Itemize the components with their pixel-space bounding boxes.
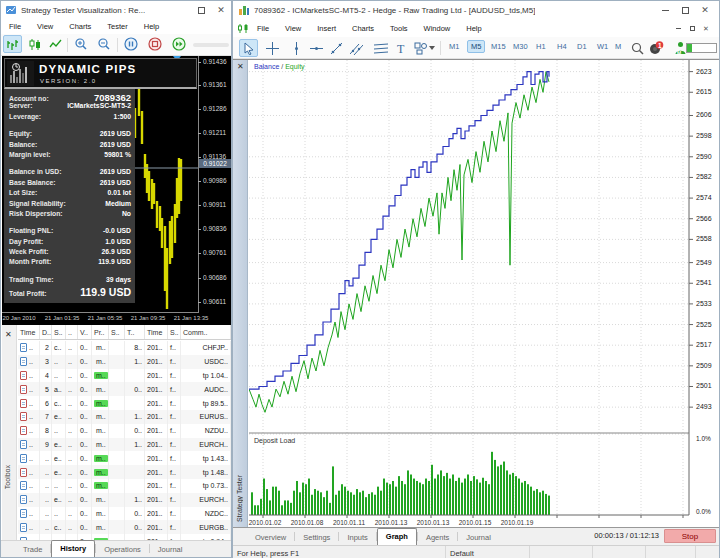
visualizer-maximize-button[interactable]	[191, 3, 211, 17]
visualizer-tab-journal[interactable]: Journal	[150, 542, 191, 557]
vis-menu-view[interactable]: View	[29, 22, 61, 31]
history-col-header[interactable]: D..	[40, 325, 52, 339]
history-row[interactable]: ..8....0..m..0..201..f..NZDU..	[18, 424, 231, 438]
history-row[interactable]: ..2c....0..m..8..201..f..CHFJP..	[18, 341, 231, 355]
history-col-header[interactable]: S..	[52, 325, 66, 339]
visualizer-tab-trade[interactable]: Trade	[15, 542, 50, 557]
chart-minimize-button[interactable]	[671, 21, 685, 35]
timeframe-m30[interactable]: M30	[510, 40, 531, 53]
horizontal-line-icon[interactable]	[307, 39, 326, 57]
trendline-icon[interactable]	[327, 39, 346, 57]
history-col-header[interactable]: Comm..	[181, 325, 231, 339]
fast-forward-icon[interactable]	[169, 35, 188, 53]
timeframe-w1[interactable]: W1	[594, 40, 611, 53]
history-col-header[interactable]: ..	[66, 325, 78, 339]
visualizer-chart[interactable]: 0.914360.913610.912860.912110.911360.909…	[2, 56, 231, 325]
stop-button[interactable]: Stop	[664, 529, 716, 543]
terminal-minimize-button[interactable]	[655, 3, 675, 17]
timeframe-m15[interactable]: M15	[488, 40, 509, 53]
stop-icon[interactable]	[145, 35, 164, 53]
history-row[interactable]: ..7e....0..m..1..201..f..EURUS..	[18, 410, 231, 424]
zoom-in-icon[interactable]	[71, 35, 90, 53]
history-row[interactable]: ........0..m..201..f..tp 0.73..	[18, 479, 231, 493]
history-col-header[interactable]: T..	[125, 325, 145, 339]
history-row[interactable]: ....e....0..m..1..201..f..EURCH..	[18, 493, 231, 507]
history-row[interactable]: ..6c....0..m..201..f..tp 89.5..	[18, 396, 231, 410]
candles-icon[interactable]	[25, 35, 44, 53]
cursor-icon[interactable]	[239, 39, 258, 57]
history-col-header[interactable]: S..	[168, 325, 181, 339]
tester-tab-inputs[interactable]: Inputs	[339, 530, 375, 545]
history-row[interactable]: ..4....0..m..201..f..tp 1.04..	[18, 369, 231, 383]
channel-icon[interactable]	[347, 39, 366, 57]
deal-icon	[20, 385, 27, 394]
tester-tab-settings[interactable]: Settings	[295, 530, 338, 545]
text-tool-icon[interactable]: T	[391, 39, 410, 57]
visualizer-tab-operations[interactable]: Operations	[96, 542, 149, 557]
term-menu-file[interactable]: File	[249, 24, 277, 33]
crosshair-icon[interactable]	[263, 39, 282, 57]
history-row[interactable]: ....c....0..m..0..201..f..EURGB..	[18, 520, 231, 534]
history-col-header[interactable]: Time	[145, 325, 168, 339]
timeframe-m1[interactable]: M1	[446, 40, 462, 53]
term-menu-tools[interactable]: Tools	[382, 24, 416, 33]
bar-chart-icon[interactable]	[3, 35, 22, 53]
vis-menu-charts[interactable]: Charts	[61, 22, 99, 31]
term-menu-view[interactable]: View	[277, 24, 309, 33]
vis-menu-help[interactable]: Help	[136, 22, 167, 31]
chart-restore-button[interactable]	[685, 21, 699, 35]
price-axis-label: 0.90836	[203, 225, 227, 232]
tester-tab-graph[interactable]: Graph	[377, 528, 417, 545]
ea-stat-row: Equity:2619 USD	[9, 130, 131, 140]
term-menu-help[interactable]: Help	[458, 24, 489, 33]
history-row[interactable]: ..5a....0..m..0..201..f..AUDC..	[18, 382, 231, 396]
history-row[interactable]: ....e....0..m..201..f..tp 1.43..	[18, 451, 231, 465]
history-row[interactable]: ........0..m..0..201..f..NZDC..	[18, 507, 231, 521]
history-col-header[interactable]: V..	[78, 325, 92, 339]
terminal-maximize-button[interactable]	[675, 3, 695, 17]
terminal-close-button[interactable]: ✕	[695, 3, 715, 17]
chart-close-button[interactable]: ✕	[699, 21, 713, 35]
history-row[interactable]: ....e....0..m..201..f..tp 1.48..	[18, 465, 231, 479]
history-col-header[interactable]: Pr..	[92, 325, 109, 339]
speed-slider[interactable]	[193, 43, 229, 47]
visualizer-close-button[interactable]: ✕	[211, 3, 231, 17]
term-menu-charts[interactable]: Charts	[344, 24, 382, 33]
history-col-header[interactable]: S..	[109, 325, 125, 339]
toolbox-close-icon[interactable]: ✕	[5, 330, 12, 339]
price-axis-label: 0.90761	[203, 249, 227, 256]
term-menu-window[interactable]: Window	[416, 24, 459, 33]
term-menu-insert[interactable]: Insert	[309, 24, 344, 33]
history-row[interactable]: ..9e....0..m..1..201..f..EURCH..	[18, 438, 231, 452]
terminal-titlebar[interactable]: 7089362 - ICMarketsSC-MT5-2 - Hedge - Ra…	[233, 1, 719, 19]
zoom-out-icon[interactable]	[94, 35, 113, 53]
tester-tab-agents[interactable]: Agents	[418, 530, 457, 545]
history-row[interactable]: ..3....0..m..1..201..f..USDC..	[18, 355, 231, 369]
timeframe-m5[interactable]: M5	[467, 40, 485, 53]
visualizer-tab-history[interactable]: History	[51, 540, 95, 557]
history-col-header[interactable]: Time	[18, 325, 40, 339]
shapes-icon[interactable]	[411, 39, 430, 57]
timeframe-d1[interactable]: D1	[574, 40, 590, 53]
tester-tab-journal[interactable]: Journal	[458, 530, 499, 545]
timeframe-h4[interactable]: H4	[554, 40, 570, 53]
tester-graph[interactable]: Balance / Equity Deposit Load 1.0% 0.0% …	[249, 60, 719, 528]
visualizer-tabbar: TradeHistoryOperationsJournal	[1, 540, 231, 557]
timeframe-h1[interactable]: H1	[533, 40, 549, 53]
shapes-dropdown-icon[interactable]	[429, 46, 435, 50]
vis-menu-tester[interactable]: Tester	[99, 22, 135, 31]
visualizer-titlebar[interactable]: Strategy Tester Visualization : Re... ✕	[1, 1, 231, 19]
vertical-line-icon[interactable]	[287, 39, 306, 57]
line-chart-icon[interactable]	[46, 35, 65, 53]
notifications-icon[interactable]: 1	[647, 39, 666, 57]
timeframe-m[interactable]: M	[612, 40, 624, 53]
status-profile[interactable]: Default	[450, 549, 474, 558]
pause-icon[interactable]	[121, 35, 140, 53]
balance-axis-label: 2598	[696, 132, 712, 139]
search-icon[interactable]	[628, 39, 647, 57]
vis-menu-file[interactable]: File	[1, 22, 29, 31]
tester-tab-overview[interactable]: Overview	[247, 530, 294, 545]
fibonacci-icon[interactable]	[371, 39, 390, 57]
tester-close-icon[interactable]: ✕	[237, 62, 244, 71]
ea-stat-row: Balance:2619 USD	[9, 141, 131, 151]
